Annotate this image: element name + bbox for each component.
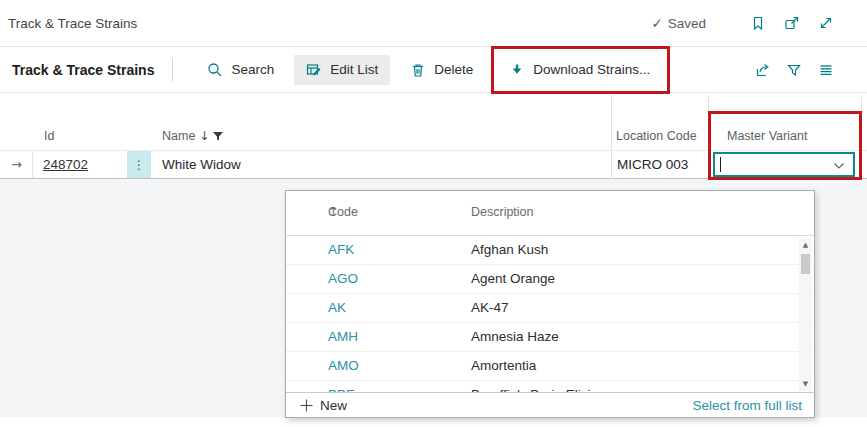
search-icon: [207, 62, 223, 78]
dropdown-item[interactable]: AGO Agent Orange: [286, 265, 814, 294]
save-status-label: Saved: [668, 16, 706, 31]
column-divider: [611, 95, 612, 179]
sort-ascending-icon: ↑: [328, 204, 338, 219]
sort-descending-icon: ↓: [199, 129, 209, 143]
delete-icon: [410, 62, 426, 78]
check-icon: ✓: [651, 15, 662, 31]
edit-list-icon: [306, 62, 322, 78]
dropdown-item-code[interactable]: AMH: [328, 323, 358, 351]
bookmark-icon[interactable]: [749, 15, 766, 32]
column-header-master-variant[interactable]: Master Variant: [727, 129, 807, 143]
column-header-name[interactable]: Name ↓: [162, 129, 223, 143]
track-trace-strains-page: Track & Trace Strains ✓ Saved Track & Tr…: [0, 0, 867, 427]
row-cell-divider: [32, 151, 33, 178]
toolbar-separator: [172, 59, 173, 81]
column-divider: [708, 95, 709, 179]
dropdown-item-description: Agent Orange: [471, 265, 555, 293]
dropdown-column-description-label: Description: [471, 205, 534, 219]
dropdown-item-code[interactable]: AK: [328, 294, 346, 322]
plus-icon: [300, 399, 313, 412]
download-icon: [509, 62, 525, 78]
save-status: ✓ Saved: [651, 15, 706, 31]
scroll-up-icon[interactable]: ▲: [799, 241, 812, 249]
column-header-name-label: Name: [162, 129, 195, 143]
show-list-icon[interactable]: [817, 61, 834, 78]
dropdown-item[interactable]: AMH Amnesia Haze: [286, 323, 814, 352]
edit-list-label: Edit List: [330, 62, 378, 77]
dropdown-item[interactable]: AFK Afghan Kush: [286, 236, 814, 265]
dropdown-item-code[interactable]: AGO: [328, 265, 358, 293]
ellipsis-icon: ⋮: [133, 158, 145, 172]
row-location-code-cell[interactable]: MICRO 003: [617, 151, 688, 178]
new-button[interactable]: New: [300, 398, 347, 413]
column-divider: [861, 95, 862, 179]
dropdown-item[interactable]: AMO Amortentia: [286, 352, 814, 381]
share-icon[interactable]: [753, 61, 770, 78]
select-from-full-list-link[interactable]: Select from full list: [692, 398, 802, 413]
dropdown-item-description: AK-47: [471, 294, 509, 322]
scroll-down-icon[interactable]: ▼: [799, 380, 812, 388]
dropdown-footer: New Select from full list: [286, 392, 814, 417]
page-caption-bar: Track & Trace Strains ✓ Saved: [0, 0, 867, 47]
current-row-arrow-icon: →: [11, 151, 22, 178]
action-bar: Track & Trace Strains Search Edit List D…: [0, 47, 867, 93]
dropdown-item-description: Afghan Kush: [471, 236, 548, 264]
dropdown-item[interactable]: AK AK-47: [286, 294, 814, 323]
master-variant-input[interactable]: [713, 152, 855, 177]
search-label: Search: [231, 62, 274, 77]
column-header-id-label: Id: [44, 129, 54, 143]
dropdown-header: Code ↑ Description: [286, 191, 814, 236]
open-in-new-window-icon[interactable]: [783, 15, 800, 32]
dropdown-item-code[interactable]: AFK: [328, 236, 354, 264]
dropdown-item-description: Amortentia: [471, 352, 536, 380]
chevron-down-icon[interactable]: [833, 162, 845, 170]
delete-button[interactable]: Delete: [404, 55, 479, 85]
dropdown-item-description: Amnesia Haze: [471, 323, 559, 351]
master-variant-dropdown: Code ↑ Description AFK Afghan Kush AGO A…: [285, 190, 815, 418]
row-options-button[interactable]: ⋮: [127, 151, 151, 178]
new-button-label: New: [320, 398, 347, 413]
toolbar-right-icons: [753, 61, 867, 78]
row-name-cell[interactable]: White Widow: [162, 151, 241, 178]
page-caption: Track & Trace Strains: [8, 16, 137, 31]
column-header-location-code[interactable]: Location Code: [616, 129, 697, 143]
filter-icon[interactable]: [785, 61, 802, 78]
dropdown-item-code[interactable]: AMO: [328, 352, 359, 380]
scrollbar-thumb[interactable]: [801, 254, 810, 274]
expand-icon[interactable]: [817, 15, 834, 32]
list-title: Track & Trace Strains: [12, 62, 154, 78]
download-strains-label: Download Strains...: [533, 62, 650, 77]
edit-list-button[interactable]: Edit List: [294, 55, 390, 85]
titlebar-actions: ✓ Saved: [651, 15, 867, 32]
column-header-location-code-label: Location Code: [616, 129, 697, 143]
column-header-id[interactable]: Id: [44, 129, 54, 143]
column-filter-icon: [213, 132, 223, 141]
dropdown-scrollbar[interactable]: ▲ ▼: [799, 238, 812, 391]
column-header-master-variant-label: Master Variant: [727, 129, 807, 143]
text-cursor: [720, 157, 721, 172]
download-strains-button[interactable]: Download Strains...: [503, 55, 656, 85]
delete-label: Delete: [434, 62, 473, 77]
search-button[interactable]: Search: [201, 55, 280, 85]
row-id-link[interactable]: 248702: [43, 151, 88, 178]
